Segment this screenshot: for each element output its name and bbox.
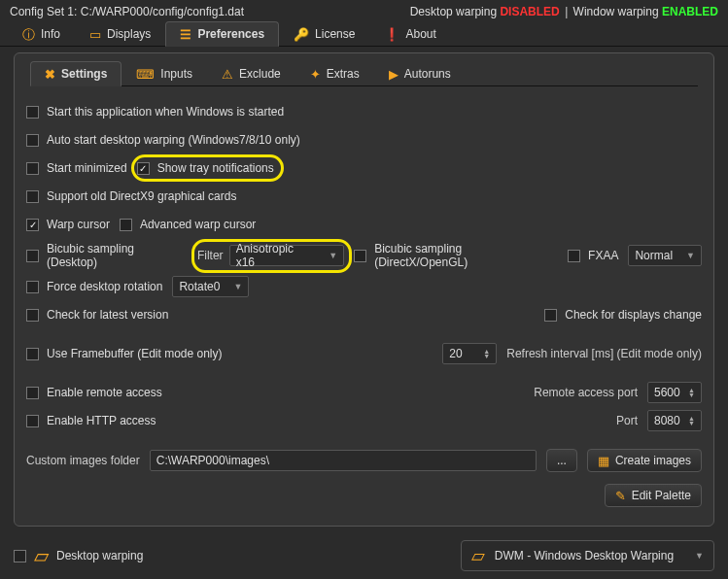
config-path: C:/WARP000/config/config1.dat xyxy=(81,5,244,18)
subtab-autoruns[interactable]: ▶Autoruns xyxy=(374,61,466,85)
tab-displays[interactable]: ▭Displays xyxy=(75,21,165,46)
subtab-exclude[interactable]: ⚠Exclude xyxy=(207,61,295,85)
fxaa-mode-select[interactable]: Normal▼ xyxy=(628,245,702,266)
chevron-down-icon: ▼ xyxy=(686,251,695,260)
advanced-warp-cursor-checkbox[interactable]: Advanced warp cursor xyxy=(120,218,256,231)
images-icon: ▦ xyxy=(598,454,609,468)
chevron-down-icon: ▼ xyxy=(683,551,704,561)
inputs-icon: ⌨ xyxy=(136,68,155,81)
browse-button[interactable]: ... xyxy=(546,449,577,472)
start-minimized-checkbox[interactable]: Start minimized xyxy=(26,161,127,175)
palette-icon: ✎ xyxy=(615,489,626,503)
use-framebuffer-checkbox[interactable]: Use Framebuffer (Edit mode only) xyxy=(26,347,223,360)
show-tray-checkbox[interactable]: Show tray notifications xyxy=(137,161,274,175)
about-icon: ❗ xyxy=(384,28,399,41)
auto-start-desktop-checkbox[interactable]: Auto start desktop warping (Windows7/8/1… xyxy=(26,133,300,147)
edit-palette-button[interactable]: ✎Edit Palette xyxy=(605,484,702,507)
bicubic-desktop-checkbox[interactable]: Bicubic sampling (Desktop) xyxy=(26,242,188,269)
subtab-extras[interactable]: ✦Extras xyxy=(295,61,374,85)
config-set-label: Config Set 1: xyxy=(10,5,77,18)
subtab-inputs[interactable]: ⌨Inputs xyxy=(121,61,207,85)
start-with-windows-checkbox[interactable]: Start this application when Windows is s… xyxy=(26,105,284,119)
exclude-icon: ⚠ xyxy=(222,68,233,81)
remote-port-label: Remote access port xyxy=(534,386,638,399)
bicubic-dx-checkbox[interactable]: Bicubic sampling (DirectX/OpenGL) xyxy=(354,242,558,269)
refresh-interval-input[interactable]: 20▲▼ xyxy=(442,343,497,364)
fxaa-checkbox[interactable]: FXAA xyxy=(568,249,618,262)
autoruns-icon: ▶ xyxy=(389,68,399,81)
rotation-select[interactable]: Rotate0▼ xyxy=(172,276,249,297)
enable-http-checkbox[interactable]: Enable HTTP access xyxy=(26,414,156,427)
chevron-down-icon: ▼ xyxy=(329,251,337,260)
images-folder-input[interactable]: C:\WARP000\images\ xyxy=(150,450,537,471)
enable-remote-checkbox[interactable]: Enable remote access xyxy=(26,386,162,399)
support-dx9-checkbox[interactable]: Support old DirectX9 graphical cards xyxy=(26,189,236,203)
create-images-button[interactable]: ▦Create images xyxy=(587,449,702,472)
filter-select[interactable]: Anisotropic x16▼ xyxy=(229,245,345,266)
refresh-interval-label: Refresh interval [ms] (Edit mode only) xyxy=(506,347,702,360)
warp-mode-select[interactable]: ▱ DWM - Windows Desktop Warping ▼ xyxy=(461,540,714,571)
window-warping-state: ENABLED xyxy=(662,5,718,18)
warping-status: Desktop warping DISABLED | Window warpin… xyxy=(410,5,718,18)
tab-about[interactable]: ❗About xyxy=(369,21,450,46)
warp-icon: ▱ xyxy=(34,544,49,567)
force-rotation-checkbox[interactable]: Force desktop rotation xyxy=(26,280,162,293)
warp-cursor-checkbox[interactable]: Warp cursor xyxy=(26,218,110,231)
http-port-input[interactable]: 8080▲▼ xyxy=(647,410,702,431)
license-icon: 🔑 xyxy=(294,28,309,41)
displays-icon: ▭ xyxy=(89,28,101,41)
check-latest-checkbox[interactable]: Check for latest version xyxy=(26,308,168,322)
chevron-down-icon: ▼ xyxy=(233,282,242,291)
warp-icon: ▱ xyxy=(471,545,485,566)
extras-icon: ✦ xyxy=(310,68,321,81)
http-port-label: Port xyxy=(616,414,638,427)
desktop-warping-toggle[interactable]: ▱ Desktop warping xyxy=(14,544,143,567)
preferences-icon: ☰ xyxy=(180,28,191,41)
remote-port-input[interactable]: 5600▲▼ xyxy=(647,382,702,403)
tab-license[interactable]: 🔑License xyxy=(279,21,369,46)
settings-icon: ✖ xyxy=(45,68,55,81)
info-icon: ⓘ xyxy=(22,28,35,41)
images-folder-label: Custom images folder xyxy=(26,454,140,467)
desktop-warping-state: DISABLED xyxy=(500,5,559,18)
subtab-settings[interactable]: ✖Settings xyxy=(30,61,121,86)
tab-info[interactable]: ⓘInfo xyxy=(8,21,75,46)
tab-preferences[interactable]: ☰Preferences xyxy=(165,21,279,47)
check-displays-checkbox[interactable]: Check for displays change xyxy=(544,308,702,322)
filter-label: Filter xyxy=(197,249,224,262)
